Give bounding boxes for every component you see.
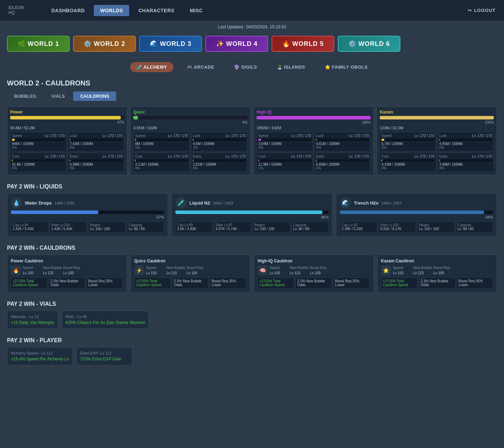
kazam-progress-fill [380, 116, 494, 119]
p2w-quicc-bonus2: 2.3% New Bubble Odds [172, 277, 209, 289]
sub-tab-bubbles[interactable]: BUBBLES [7, 91, 43, 101]
highiq-luck-block: LuckLv. 170 / 170 4.81M / 1589M 0% [314, 132, 371, 151]
p2w-highiq-bonus3: Boost Req 35% Lower [333, 277, 370, 289]
player-alch-speed-bonus: +18.4% Speed Per Alchemy Lv [11, 357, 69, 361]
kazam-stats-grid: SpeedLv. 170 / 170 5.7M / 1589M 0% LuckL… [380, 132, 494, 172]
water-drops-stats: Cap Lv.94 1.42K / 5.43K Rate Lv.104 1.42… [11, 221, 164, 233]
nav-misc[interactable]: MISC [183, 5, 209, 16]
p2w-kazam-icon: ⭐ [381, 266, 391, 275]
water-drops-count: 1468 / 2585 [54, 201, 75, 205]
nav-dashboard[interactable]: DASHBOARD [45, 5, 91, 16]
logo-line1: IDLEON [8, 6, 24, 10]
vial-rng-title: RNG - Lv 45 [65, 315, 145, 319]
p2w-quicc-icon: ⚡ [134, 266, 144, 275]
p2w-kazam-icon-row: ⭐ Speed New Bubble Boost Req Lv 150 Lv 1… [381, 266, 493, 275]
p2w-power-bonus2: 2.3% New Bubble Odds [49, 277, 85, 289]
alchemy-tab-sigils[interactable]: 🔮 SIGILS [227, 62, 263, 72]
p2w-highiq-stat-grid: Speed New Bubble Boost Req Lv 150 Lv 125… [270, 266, 329, 275]
kazam-progress-bg [380, 116, 494, 119]
highiq-speed-block: SpeedLv. 170 / 170 3.04M / 1589M 0% [257, 132, 313, 151]
power-stats-grid: SpeedLv. 170 / 170 946K / 1589M 0% LuckL… [10, 132, 124, 172]
p2w-power-card: Power Cauldron 🔥 Speed New Bubble Boost … [7, 255, 127, 292]
p2w-quicc-icon-row: ⚡ Speed New Bubble Boost Req Lv 150 Lv 1… [134, 266, 247, 275]
trench-cap-stat: Cap Lv.93 2.39K / 5.33K [340, 221, 377, 233]
liquid-n2-stats: Cap Lv.88 3.6K / 4.83K Rate Lv.97 6.87K … [175, 221, 329, 233]
kazam-extra-block: ExtraLv. 170 / 170 3.99M / 1589M 0% [438, 153, 494, 172]
sub-tab-vials[interactable]: VIALS [44, 91, 72, 101]
kazam-luck-block: LuckLv. 170 / 170 4.95M / 1589M 0% [438, 132, 494, 151]
kazam-xp: 123M / 52.2M [380, 126, 494, 130]
power-xp: 50.8M / 52.2M [10, 126, 124, 130]
p2w-highiq-title: High-IQ Cauldron [258, 259, 370, 263]
vials-row: Attempts - Lv 15 +15 Daily Vial Attempts… [0, 311, 504, 335]
logout-button[interactable]: ↪ LOGOUT [468, 8, 496, 13]
power-cauldron-name: Power [10, 110, 124, 115]
p2w-highiq-card: High-IQ Cauldron 🧠 Speed New Bubble Boos… [254, 255, 374, 292]
p2w-power-bonus3: Boost Req 35% Lower [86, 277, 123, 289]
p2w-cauldrons-heading: PAY 2 WIN - CAULDRONS [0, 242, 504, 255]
p2w-power-bonuses: +2715% Total Cauldron Speed 2.3% New Bub… [11, 277, 123, 289]
world-tabs: 🌿 WORLD 1 ⚙️ WORLD 2 🌊 WORLD 3 ✨ WORLD 4… [0, 32, 504, 57]
quicc-pct: 4% [133, 120, 247, 124]
cauldron-cards-row: Power 97% 50.8M / 52.2M SpeedLv. 170 / 1… [0, 106, 504, 181]
highiq-cauldron-name: High-IQ [257, 110, 371, 115]
p2w-kazam-bonuses: +2715% Total Cauldron Speed 2.3% New Bub… [381, 277, 493, 289]
alchemy-tab-islands[interactable]: 🏝️ ISLANDS [271, 62, 312, 72]
player-extra-exp-card: Extra EXP- Lv 111 733% Extra EXP Gain [76, 347, 132, 365]
p2w-power-stat-grid: Speed New Bubble Boost Req Lv 150 Lv 125… [23, 266, 82, 275]
logout-label: LOGOUT [474, 8, 496, 13]
power-cost-block: CostLv. 170 / 170 31.8K / 1589M 0% [10, 153, 66, 172]
trench-h2o-count: 1480 / 1567 [381, 201, 401, 205]
quicc-progress-bg [133, 116, 247, 119]
highiq-pct: 198% [257, 120, 371, 124]
power-speed-block: SpeedLv. 170 / 170 946K / 1589M 0% [10, 132, 66, 151]
p2w-player-heading: PAY 2 WIN - PLAYER [0, 335, 504, 347]
nav-characters[interactable]: CHARACTERS [132, 5, 181, 16]
highiq-cost-block: CostLv. 170 / 170 11.9M / 1589M 1% [257, 153, 313, 172]
vial-attempts-card: Attempts - Lv 15 +15 Daily Vial Attempts [7, 311, 58, 329]
player-alch-speed-card: Alchemy Speed - Lv 111 +18.4% Speed Per … [7, 347, 73, 365]
p2w-quicc-stat-grid: Speed New Bubble Boost Req Lv 150 Lv 125… [146, 266, 206, 275]
world-1-button[interactable]: 🌿 WORLD 1 [7, 36, 70, 52]
logo: IDLEON HQ [8, 6, 24, 15]
divider [7, 57, 497, 58]
alchemy-tab-obols[interactable]: ⭐ FAMILY OBOLS [318, 62, 374, 72]
world-5-button[interactable]: 🔥 WORLD 5 [272, 36, 334, 52]
p2w-quicc-title: Quicc Cauldron [134, 259, 247, 263]
player-extra-exp-title: Extra EXP- Lv 111 [80, 351, 128, 355]
p2w-power-speed-val: Lv 150 [23, 271, 42, 275]
trench-h2o-stats: Cap Lv.93 2.39K / 5.33K Rate Lv.101 5.91… [340, 221, 493, 233]
alchemy-tab-alchemy[interactable]: 🧪 ALCHEMY [130, 62, 174, 72]
quicc-luck-block: LuckLv. 170 / 170 4.6M / 1589M 1% [191, 132, 247, 151]
world-3-button[interactable]: 🌊 WORLD 3 [139, 36, 202, 52]
logout-icon: ↪ [468, 8, 472, 13]
main-nav: DASHBOARD WORLDS CHARACTERS MISC [45, 5, 468, 16]
p2w-vials-heading: PAY 2 WIN - VIALS [0, 298, 504, 311]
water-drops-pct: 57% [11, 215, 164, 219]
alchemy-tab-arcade[interactable]: 🎮 ARCADE [181, 62, 221, 72]
player-row: Alchemy Speed - Lv 111 +18.4% Speed Per … [0, 347, 504, 372]
vial-rng-card: RNG - Lv 45 420% Chance For An Epic Game… [62, 311, 149, 329]
highiq-cauldron-card: High-IQ 198% 1950M / 102M SpeedLv. 170 /… [253, 106, 374, 175]
power-progress-fill [10, 116, 121, 119]
p2w-power-boostreq-label: Boost Req [63, 266, 82, 270]
sub-tab-cauldrons[interactable]: CAULDRONS [73, 91, 116, 101]
liquid-n2-card: 🧪 Liquid N2 1846 / 1933 96% Cap Lv.88 3.… [172, 193, 332, 236]
quicc-xp: 3.91M / 102M [133, 126, 247, 130]
liquid-n2-count: 1846 / 1933 [213, 201, 233, 205]
nav-worlds[interactable]: WORLDS [94, 5, 129, 16]
highiq-extra-block: ExtraLv. 170 / 170 6.66M / 1589M 0% [314, 153, 371, 172]
world-6-button[interactable]: ⚙️ WORLD 6 [338, 36, 400, 52]
water-drops-bar-fill [11, 211, 98, 214]
water-drops-name: Water Drops [25, 200, 52, 206]
liquid-n2-header: 🧪 Liquid N2 1846 / 1933 [175, 197, 329, 208]
kazam-cauldron-name: Kazam [380, 110, 494, 115]
power-extra-block: ExtraLv. 170 / 170 4.38M / 1589M 0% [68, 153, 124, 172]
quicc-cauldron-card: Quicc 4% 3.91M / 102M SpeedLv. 170 / 170… [130, 106, 251, 175]
world-4-button[interactable]: ✨ WORLD 4 [205, 36, 268, 52]
water-regen-stat: Regen Lv. 100 / 100 [88, 221, 126, 233]
world-2-button[interactable]: ⚙️ WORLD 2 [73, 36, 136, 52]
p2w-kazam-bonus2: 2.3% New Bubble Odds [419, 277, 455, 289]
trench-regen-stat: Regen Lv. 100 / 100 [417, 221, 455, 233]
vial-attempts-title: Attempts - Lv 15 [11, 315, 54, 319]
